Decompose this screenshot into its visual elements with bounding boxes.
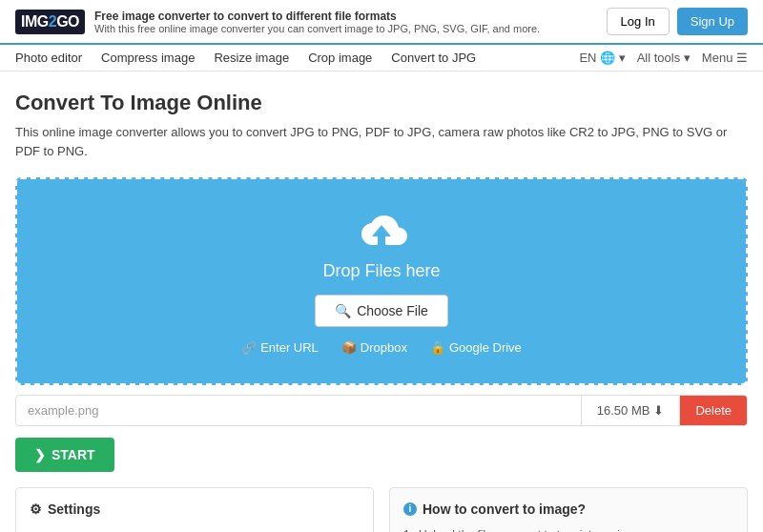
google-drive-link[interactable]: 🔒 Google Drive xyxy=(430,340,522,355)
link-icon: 🔗 xyxy=(241,340,257,355)
login-button[interactable]: Log In xyxy=(607,8,670,35)
header-buttons: Log In Sign Up xyxy=(607,8,748,35)
file-size: 16.50 MB ⬇ xyxy=(582,396,681,425)
settings-panel: ⚙ Settings Target format: PNG JPG GIF SV… xyxy=(15,487,374,532)
nav: Photo editor Compress image Resize image… xyxy=(0,45,763,72)
main-content: Convert To Image Online This online imag… xyxy=(0,72,763,532)
howto-steps: Upload the file you want to turn into an… xyxy=(403,526,733,532)
file-info-bar: example.png 16.50 MB ⬇ Delete xyxy=(15,395,748,426)
file-name: example.png xyxy=(16,396,582,425)
logo: IMG2GO xyxy=(15,10,85,34)
settings-column: ⚙ Settings Target format: PNG JPG GIF SV… xyxy=(15,487,374,532)
nav-crop-image[interactable]: Crop image xyxy=(308,51,372,65)
gear-icon: ⚙ xyxy=(30,501,42,517)
page-description: This online image converter allows you t… xyxy=(15,123,748,160)
choose-file-button[interactable]: 🔍 Choose File xyxy=(315,295,448,327)
drop-text: Drop Files here xyxy=(36,261,727,281)
enter-url-label: Enter URL xyxy=(260,340,319,355)
logo-tagline: Free image converter to convert to diffe… xyxy=(94,10,540,34)
drop-links: 🔗 Enter URL 📦 Dropbox 🔒 Google Drive xyxy=(36,340,727,355)
nav-menu[interactable]: Menu ☰ xyxy=(702,51,748,65)
header: IMG2GO Free image converter to convert t… xyxy=(0,0,763,45)
search-icon: 🔍 xyxy=(335,303,351,318)
nav-compress-image[interactable]: Compress image xyxy=(101,51,195,65)
howto-step-1: Upload the file you want to turn into an… xyxy=(403,526,733,532)
google-drive-icon: 🔒 xyxy=(430,340,445,355)
download-icon: ⬇ xyxy=(653,403,664,418)
nav-photo-editor[interactable]: Photo editor xyxy=(15,51,82,65)
nav-lang[interactable]: EN 🌐 ▾ xyxy=(579,51,625,65)
settings-title: ⚙ Settings xyxy=(30,501,360,517)
howto-info-icon: i xyxy=(403,502,417,516)
chevron-right-icon: ❯ xyxy=(34,447,46,462)
two-column-layout: ⚙ Settings Target format: PNG JPG GIF SV… xyxy=(15,487,748,532)
nav-right: EN 🌐 ▾ All tools ▾ Menu ☰ xyxy=(579,51,748,65)
nav-left: Photo editor Compress image Resize image… xyxy=(15,51,476,65)
tagline-sub: With this free online image converter yo… xyxy=(94,23,540,34)
dropbox-icon: 📦 xyxy=(341,340,357,355)
howto-panel: i How to convert to image? Upload the fi… xyxy=(389,487,748,532)
nav-resize-image[interactable]: Resize image xyxy=(214,51,289,65)
logo-area: IMG2GO Free image converter to convert t… xyxy=(15,10,540,34)
start-button[interactable]: ❯ START xyxy=(15,438,114,472)
drop-zone[interactable]: Drop Files here 🔍 Choose File 🔗 Enter UR… xyxy=(15,177,748,385)
tagline-strong: Free image converter to convert to diffe… xyxy=(94,10,540,23)
upload-cloud-icon xyxy=(36,208,727,256)
nav-convert-jpg[interactable]: Convert to JPG xyxy=(391,51,476,65)
google-drive-label: Google Drive xyxy=(449,340,522,355)
enter-url-link[interactable]: 🔗 Enter URL xyxy=(241,340,319,355)
nav-all-tools[interactable]: All tools ▾ xyxy=(637,51,691,65)
howto-column: i How to convert to image? Upload the fi… xyxy=(389,487,748,532)
delete-button[interactable]: Delete xyxy=(680,396,747,425)
page-title: Convert To Image Online xyxy=(15,91,748,115)
dropbox-link[interactable]: 📦 Dropbox xyxy=(341,340,407,355)
howto-title: i How to convert to image? xyxy=(403,501,733,517)
logo-two: 2 xyxy=(49,13,56,30)
signup-button[interactable]: Sign Up xyxy=(677,8,748,35)
dropbox-label: Dropbox xyxy=(361,340,407,355)
